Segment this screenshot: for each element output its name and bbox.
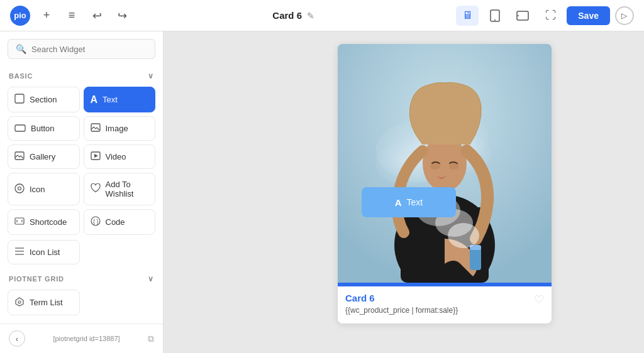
edit-title-icon[interactable]: ✎	[307, 11, 314, 21]
widget-add-to-wishlist[interactable]: Add To Wishlist	[84, 173, 156, 205]
svg-point-10	[15, 184, 24, 193]
drag-placeholder-icon: A	[395, 197, 402, 208]
card-price: {{wc_product_price | format:sale}}	[345, 306, 534, 315]
widget-gallery-label: Gallery	[30, 152, 55, 161]
save-button[interactable]: Save	[567, 6, 610, 25]
widget-term-list-label: Term List	[30, 298, 63, 307]
expand-button[interactable]: ⛶	[539, 6, 562, 26]
svg-text:{ }: { }	[93, 219, 99, 225]
topbar: pio + ≡ ↩ ↪ Card 6 ✎ 🖥 ⛶ Save ▷	[0, 0, 644, 31]
svg-rect-5	[15, 125, 25, 131]
widget-button[interactable]: Button	[8, 116, 80, 141]
back-button[interactable]: ‹	[9, 330, 25, 347]
icon-widget-icon	[14, 183, 25, 195]
shortcode-widget-icon	[14, 216, 25, 228]
widget-section[interactable]: Section	[8, 87, 80, 112]
basic-widgets-grid: Section A Text Button Image	[0, 84, 163, 240]
card-preview: Card 6 {{wc_product_price | format:sale}…	[338, 44, 552, 323]
icon-list-widget-icon	[14, 247, 25, 258]
widget-button-label: Button	[31, 124, 55, 133]
widget-text[interactable]: A Text	[84, 87, 156, 112]
basic-section-header: BASIC ∨	[0, 67, 163, 84]
basic-section-chevron[interactable]: ∨	[148, 72, 154, 80]
widget-video-label: Video	[106, 152, 126, 161]
card-image	[338, 44, 552, 283]
widget-icon[interactable]: Icon	[8, 173, 80, 205]
svg-marker-9	[94, 154, 98, 158]
search-icon: 🔍	[16, 44, 26, 54]
add-icon[interactable]: +	[38, 7, 55, 24]
piotnet-grid-section-chevron[interactable]: ∨	[148, 274, 154, 283]
widget-video[interactable]: Video	[84, 144, 156, 169]
widget-section-label: Section	[30, 95, 57, 104]
widget-icon-label: Icon	[30, 185, 45, 194]
widget-image[interactable]: Image	[84, 116, 156, 141]
copy-icon[interactable]: ⧉	[148, 334, 154, 344]
widget-image-label: Image	[106, 124, 128, 133]
code-widget-icon: { }	[91, 216, 101, 228]
card-title: Card 6	[345, 293, 534, 303]
svg-point-31	[430, 163, 440, 170]
svg-point-3	[518, 15, 519, 16]
widget-text-label: Text	[103, 95, 118, 104]
sidebar-footer: ‹ [piotnetgrid id=13887] ⧉	[0, 323, 163, 353]
logo[interactable]: pio	[10, 6, 30, 26]
term-list-widget-icon	[14, 296, 25, 308]
piotnet-grid-section-label: PIOTNET GRID	[9, 275, 64, 283]
canvas-area: A Text	[164, 31, 644, 353]
svg-rect-12	[15, 218, 24, 224]
play-button[interactable]: ▷	[615, 6, 634, 25]
section-widget-icon	[14, 94, 25, 106]
widget-code-label: Code	[106, 217, 125, 227]
topbar-center: Card 6 ✎	[272, 10, 314, 21]
widget-term-list[interactable]: Term List	[8, 290, 80, 315]
button-widget-icon	[14, 123, 26, 134]
svg-rect-6	[91, 124, 100, 131]
topbar-right: 🖥 ⛶ Save ▷	[456, 6, 634, 26]
text-widget-icon: A	[91, 94, 98, 106]
drag-placeholder[interactable]: A Text	[362, 187, 456, 217]
svg-point-11	[18, 187, 21, 190]
desktop-device-button[interactable]: 🖥	[456, 6, 479, 26]
main-layout: 🔍 BASIC ∨ Section A Text	[0, 31, 644, 353]
layers-icon[interactable]: ≡	[63, 7, 80, 24]
gallery-widget-icon	[14, 151, 25, 162]
tablet-portrait-device-button[interactable]	[484, 6, 506, 26]
svg-point-1	[494, 19, 496, 21]
shortcode-display: [piotnetgrid id=13887]	[53, 335, 119, 342]
image-widget-icon	[91, 123, 101, 134]
card-info: Card 6 {{wc_product_price | format:sale}…	[338, 286, 552, 323]
search-box[interactable]: 🔍	[8, 39, 155, 59]
piotnet-grid-section-header: PIOTNET GRID ∨	[0, 269, 163, 287]
svg-marker-20	[16, 298, 23, 306]
widget-icon-list-label: Icon List	[30, 247, 60, 257]
card-text: Card 6 {{wc_product_price | format:sale}…	[345, 293, 534, 315]
card-wishlist-icon[interactable]: ♡	[534, 293, 544, 307]
redo-icon[interactable]: ↪	[113, 7, 131, 24]
svg-point-32	[449, 163, 459, 170]
drag-placeholder-label: Text	[407, 197, 423, 207]
widget-wishlist-label: Add To Wishlist	[106, 180, 149, 198]
sidebar: 🔍 BASIC ∨ Section A Text	[0, 31, 164, 353]
svg-point-21	[18, 301, 21, 303]
svg-rect-7	[15, 152, 24, 160]
widget-icon-list[interactable]: Icon List	[8, 240, 80, 264]
basic-section-label: BASIC	[9, 72, 33, 80]
widget-code[interactable]: { } Code	[84, 209, 156, 235]
wishlist-widget-icon	[91, 183, 101, 195]
undo-icon[interactable]: ↩	[88, 7, 106, 24]
widget-shortcode-label: Shortcode	[30, 217, 67, 227]
search-input[interactable]	[31, 45, 147, 54]
video-widget-icon	[91, 151, 101, 162]
svg-rect-4	[15, 94, 24, 103]
topbar-left: pio + ≡ ↩ ↪	[10, 6, 131, 26]
page-title: Card 6	[272, 10, 302, 21]
widget-shortcode[interactable]: Shortcode	[8, 209, 80, 235]
tablet-landscape-device-button[interactable]	[511, 6, 534, 26]
widget-gallery[interactable]: Gallery	[8, 144, 80, 169]
